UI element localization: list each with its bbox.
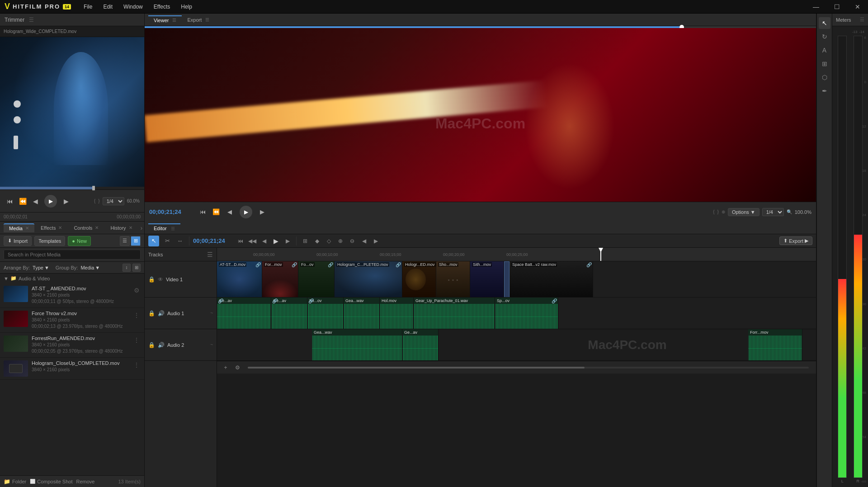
options-button[interactable]: Options ▼ [728, 208, 760, 216]
track-vis-icon[interactable]: 👁 [158, 276, 163, 283]
tl-step-fwd-button[interactable]: ▶ [283, 236, 292, 246]
viewer-out-mark[interactable]: } [717, 209, 719, 214]
tl-tool-btn-4[interactable]: ▶ [371, 236, 381, 246]
tracks-menu-button[interactable]: ☰ [207, 251, 213, 258]
audio-clip[interactable]: Gea...wav [344, 298, 380, 329]
arrange-by-value[interactable]: Type ▼ [33, 265, 49, 270]
video-clip[interactable]: Hologr...ED.mov [402, 261, 436, 298]
viewer-tab-close[interactable]: ☰ [172, 18, 176, 23]
audio-2-vis-icon[interactable]: 🔊 [158, 342, 165, 348]
media-item[interactable]: Force Throw v2.mov 3840 × 2160 pixels00;… [0, 308, 144, 333]
menu-effects[interactable]: Effects [149, 2, 175, 12]
tl-marker-button[interactable]: ◆ [312, 236, 322, 246]
meters-menu-icon[interactable]: ☰ [860, 17, 864, 23]
next-frame-button[interactable]: ▶ [61, 196, 71, 207]
video-clip[interactable]: AT-ST...D.mov 🔗 [217, 261, 262, 298]
audio-clip[interactable]: Gea...wav [312, 329, 402, 361]
tab-history-close[interactable]: ✕ [129, 225, 132, 230]
tl-prev-button[interactable]: ⏮ [236, 236, 245, 246]
tool-rotate[interactable]: ↻ [819, 31, 830, 43]
track-lock-icon[interactable]: 🔒 [148, 276, 155, 283]
audio-track-vis-icon[interactable]: 🔊 [158, 310, 165, 317]
playhead[interactable] [600, 248, 601, 261]
tl-play-button[interactable]: ▶ [271, 236, 281, 246]
media-item[interactable]: Hologram_CloseUp_COMPLETED.mov 3840 × 21… [0, 358, 144, 380]
viewer-in-mark[interactable]: { [713, 209, 714, 214]
panel-tabs-more[interactable]: › [141, 224, 143, 232]
tab-export[interactable]: Export ☰ [182, 16, 215, 24]
viewer-zoom-in[interactable]: 🔍 [787, 209, 792, 214]
tool-mask[interactable]: ⬡ [819, 71, 830, 83]
audio-clip[interactable]: Ge...av [402, 329, 439, 361]
menu-edit[interactable]: Edit [99, 2, 117, 12]
media-item[interactable]: ForrestRun_AMENDED.mov 3840 × 2160 pixel… [0, 333, 144, 358]
tab-viewer[interactable]: Viewer ☰ [148, 15, 182, 24]
tl-snap-button[interactable]: ⊞ [300, 236, 310, 246]
video-clip[interactable] [504, 261, 509, 298]
tool-pen[interactable]: ✒ [819, 85, 830, 97]
media-item-action-3[interactable]: ⋮ [132, 336, 141, 345]
tool-crop[interactable]: ⊞ [819, 58, 830, 70]
tab-editor[interactable]: Editor ☰ [148, 223, 180, 232]
close-button[interactable]: ✕ [847, 0, 868, 14]
tool-select[interactable]: ↖ [819, 17, 830, 29]
trimmer-in-icon[interactable]: { [94, 199, 95, 203]
step-back-button[interactable]: ⏪ [17, 196, 28, 207]
folder-button[interactable]: 📁 Folder [4, 478, 26, 485]
play-button[interactable]: ▶ [44, 195, 57, 208]
editor-tab-menu[interactable]: ☰ [171, 226, 175, 231]
audio-clip[interactable]: Gear_Up_Parachute_01.wav [414, 298, 495, 329]
timeline-zoom-slider[interactable] [248, 367, 809, 369]
trimmer-scrubber[interactable] [0, 187, 144, 189]
video-clip[interactable]: Sith...mov [470, 261, 504, 298]
tab-media[interactable]: Media ✕ [4, 223, 34, 232]
viewer-go-start-button[interactable]: ⏮ [197, 207, 208, 217]
tl-zoom-button[interactable]: ⚙ [232, 363, 242, 373]
tab-controls-close[interactable]: ✕ [95, 225, 99, 230]
export-tab-close[interactable]: ☰ [205, 17, 209, 22]
import-button[interactable]: ⬇ Import [4, 236, 32, 246]
new-button[interactable]: ● New [68, 236, 91, 246]
video-clip[interactable]: Fo...ov 🔗 [298, 261, 335, 298]
viewer-play-button[interactable]: ▶ [240, 206, 252, 218]
tl-export-button[interactable]: ⬆ Export ▶ [779, 236, 812, 245]
audio-2-expand[interactable]: ~ [210, 342, 213, 347]
media-item-action-1[interactable]: ⚙ [133, 286, 141, 295]
audio-2-lock-icon[interactable]: 🔒 [148, 342, 155, 348]
audio-clip[interactable]: 🔗 Fo...ov [307, 298, 344, 329]
video-clip[interactable]: For...mov 🔗 [262, 261, 298, 298]
tl-tool-btn-2[interactable]: ⊖ [347, 236, 357, 246]
tab-history[interactable]: History ✕ [105, 224, 137, 232]
search-input[interactable] [4, 250, 141, 260]
audio-track-lock-icon[interactable]: 🔒 [148, 310, 155, 317]
sort-button[interactable]: ↕ [123, 264, 131, 272]
menu-help[interactable]: Help [176, 2, 197, 12]
tl-keyframe-button[interactable]: ◇ [324, 236, 334, 246]
audio-clip[interactable]: 🔗 Ge...av [217, 298, 271, 329]
grid-view-button[interactable]: ⊞ [131, 236, 141, 246]
group-by-value[interactable]: Media ▼ [80, 265, 100, 270]
tl-tool-slip[interactable]: ↔ [175, 236, 185, 246]
viewer-step-back-button[interactable]: ⏪ [211, 207, 222, 217]
tl-step-back-button[interactable]: ◀ [259, 236, 269, 246]
video-clip[interactable]: Space Batt...v2 raw.mov 🔗 [509, 261, 593, 298]
minimize-button[interactable]: — [806, 0, 826, 14]
tab-controls[interactable]: Controls ✕ [68, 224, 104, 232]
list-view-button[interactable]: ☰ [120, 236, 130, 246]
audio-clip[interactable]: 🔗 Sp...ov [495, 298, 558, 329]
video-clip[interactable]: ⋯ Sho...mov [436, 261, 470, 298]
tl-add-track-button[interactable]: + [221, 363, 231, 373]
viewer-fraction-select[interactable]: 1/4 1/2 Full [762, 208, 784, 216]
media-item-action-4[interactable]: ⋮ [132, 360, 141, 369]
tl-tool-btn-1[interactable]: ⊕ [335, 236, 345, 246]
audio-clip[interactable]: Forr...mov [748, 329, 802, 361]
trimmer-out-icon[interactable]: } [98, 199, 99, 203]
menu-file[interactable]: File [79, 2, 97, 12]
media-item-action-2[interactable]: ⋮ [132, 311, 141, 320]
filter-button[interactable]: ⊞ [132, 264, 141, 272]
tab-effects-close[interactable]: ✕ [58, 225, 62, 230]
video-clip[interactable]: Hologram_C...PLETED.mov 🔗 [335, 261, 402, 298]
templates-button[interactable]: Templates [34, 236, 65, 246]
tl-back-button[interactable]: ◀◀ [247, 236, 257, 246]
audio-1-expand[interactable]: ~ [210, 311, 213, 316]
